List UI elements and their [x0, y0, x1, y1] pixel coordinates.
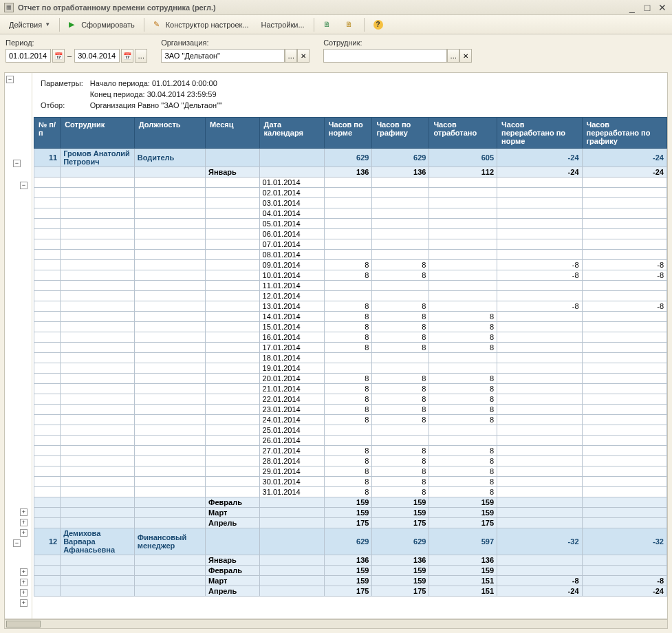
- tree-collapse-root[interactable]: −: [6, 76, 14, 83]
- cell-h4: [497, 312, 582, 322]
- emp-select[interactable]: …: [447, 49, 459, 63]
- period-select[interactable]: …: [135, 49, 147, 63]
- table-row[interactable]: 29.01.2014888: [34, 466, 667, 477]
- tree-expand-feb[interactable]: +: [20, 508, 28, 516]
- org-clear[interactable]: ✕: [297, 49, 310, 63]
- table-row[interactable]: 05.01.2014: [34, 219, 667, 229]
- table-row[interactable]: 26.01.2014: [34, 436, 667, 446]
- table-row[interactable]: 22.01.2014888: [34, 394, 667, 405]
- tool-button-1[interactable]: 🗎: [318, 18, 338, 32]
- cell-h1: 175: [324, 518, 372, 528]
- cell-h4: [497, 566, 582, 576]
- table-row[interactable]: Январь136136112-24-24: [34, 167, 667, 178]
- table-row[interactable]: 07.01.2014: [34, 239, 667, 250]
- table-row[interactable]: 27.01.2014888: [34, 446, 667, 456]
- tree-expand-mar2[interactable]: +: [20, 589, 28, 597]
- table-row[interactable]: 03.01.2014: [34, 198, 667, 208]
- date-from-picker[interactable]: 📅: [52, 49, 65, 63]
- minimize-button[interactable]: _: [627, 2, 638, 13]
- table-row[interactable]: 04.01.2014: [34, 208, 667, 219]
- table-row[interactable]: 21.01.2014888: [34, 384, 667, 394]
- table-row[interactable]: 14.01.2014888: [34, 312, 667, 322]
- cell-h3: 8: [429, 384, 497, 394]
- date-to-picker[interactable]: 📅: [121, 49, 133, 63]
- table-row[interactable]: Февраль159159159: [34, 566, 667, 576]
- table-row[interactable]: 25.01.2014: [34, 425, 667, 436]
- cell-h2: [372, 178, 429, 188]
- table-row[interactable]: 20.01.2014888: [34, 374, 667, 384]
- tool-button-2[interactable]: 🗎: [340, 18, 360, 32]
- org-input[interactable]: [161, 49, 285, 63]
- table-row[interactable]: 31.01.2014888: [34, 487, 667, 497]
- report-area[interactable]: − − − + + + − + + + + Параметры: Начало …: [4, 72, 668, 619]
- table-row[interactable]: 01.01.2014: [34, 178, 667, 188]
- date-from-input[interactable]: [6, 49, 51, 63]
- table-row[interactable]: 23.01.2014888: [34, 405, 667, 415]
- tree-expand-apr[interactable]: +: [20, 529, 28, 537]
- cell-emp: [61, 167, 135, 178]
- tree-expand-feb2[interactable]: +: [20, 579, 28, 586]
- cell-emp: [61, 415, 135, 425]
- settings-button[interactable]: Настройки...: [257, 19, 310, 31]
- table-row[interactable]: 08.01.2014: [34, 250, 667, 260]
- table-row[interactable]: 18.01.2014: [34, 353, 667, 363]
- table-row[interactable]: 17.01.2014888: [34, 343, 667, 353]
- cell-h5: [582, 353, 666, 363]
- cell-num: [34, 566, 61, 576]
- table-row[interactable]: 12.01.2014: [34, 291, 667, 301]
- table-row[interactable]: 16.01.2014888: [34, 332, 667, 343]
- cell-h4: [497, 425, 582, 436]
- table-row[interactable]: 15.01.2014888: [34, 322, 667, 332]
- cell-h5: -8: [582, 260, 666, 270]
- table-row[interactable]: 24.01.2014888: [34, 415, 667, 425]
- tree-expand-jan2[interactable]: +: [20, 568, 28, 576]
- help-button[interactable]: ?: [369, 18, 388, 32]
- org-select[interactable]: …: [285, 49, 297, 63]
- table-row[interactable]: 09.01.201488-8-8: [34, 260, 667, 270]
- table-row[interactable]: 11.01.2014: [34, 281, 667, 291]
- maximize-button[interactable]: □: [642, 2, 653, 13]
- th-h4: Часов переработано по норме: [497, 118, 582, 149]
- cell-date: 08.01.2014: [259, 250, 324, 260]
- table-row[interactable]: 10.01.201488-8-8: [34, 270, 667, 281]
- cell-emp: [61, 497, 135, 508]
- tree-collapse-emp-11[interactable]: −: [13, 160, 21, 167]
- table-row[interactable]: 06.01.2014: [34, 229, 667, 239]
- cell-num: [34, 508, 61, 518]
- table-row[interactable]: 30.01.2014888: [34, 477, 667, 487]
- constructor-button[interactable]: ✎ Конструктор настроек...: [149, 18, 254, 32]
- actions-menu[interactable]: Действия ▼: [4, 19, 55, 31]
- cell-month: Февраль: [206, 566, 260, 576]
- table-row[interactable]: 13.01.201488-8-8: [34, 301, 667, 312]
- tree-collapse-emp-12[interactable]: −: [13, 539, 21, 547]
- table-row[interactable]: Апрель175175175: [34, 518, 667, 528]
- cell-month: [206, 415, 260, 425]
- tree-collapse-jan[interactable]: −: [20, 182, 28, 189]
- emp-clear[interactable]: ✕: [459, 49, 472, 63]
- cell-h5: [582, 374, 666, 384]
- form-button[interactable]: ▶ Сформировать: [64, 18, 140, 32]
- tree-expand-apr2[interactable]: +: [20, 599, 28, 607]
- horizontal-scrollbar[interactable]: [4, 619, 668, 629]
- cell-num: [34, 363, 61, 374]
- table-row[interactable]: Февраль159159159: [34, 497, 667, 508]
- date-to-input[interactable]: [74, 49, 120, 63]
- cell-post: [134, 436, 205, 446]
- cell-h2: 159: [372, 566, 429, 576]
- table-row[interactable]: 12Демихова Варвара АфанасьевнаФинансовый…: [34, 528, 667, 555]
- table-row[interactable]: 11Громов Анатолий ПетровичВодитель629629…: [34, 149, 667, 167]
- table-row[interactable]: Январь136136136: [34, 555, 667, 566]
- cell-num: [34, 487, 61, 497]
- cell-h3: 8: [429, 394, 497, 405]
- table-row[interactable]: Апрель175175151-24-24: [34, 586, 667, 597]
- table-row[interactable]: Март159159159: [34, 508, 667, 518]
- tree-expand-mar[interactable]: +: [20, 519, 28, 526]
- table-row[interactable]: 19.01.2014: [34, 363, 667, 374]
- cell-emp: [61, 322, 135, 332]
- table-row[interactable]: Март159159151-8-8: [34, 576, 667, 586]
- scroll-thumb[interactable]: [6, 621, 41, 627]
- close-button[interactable]: ✕: [657, 2, 668, 13]
- emp-input[interactable]: [323, 49, 447, 63]
- table-row[interactable]: 02.01.2014: [34, 188, 667, 198]
- table-row[interactable]: 28.01.2014888: [34, 456, 667, 466]
